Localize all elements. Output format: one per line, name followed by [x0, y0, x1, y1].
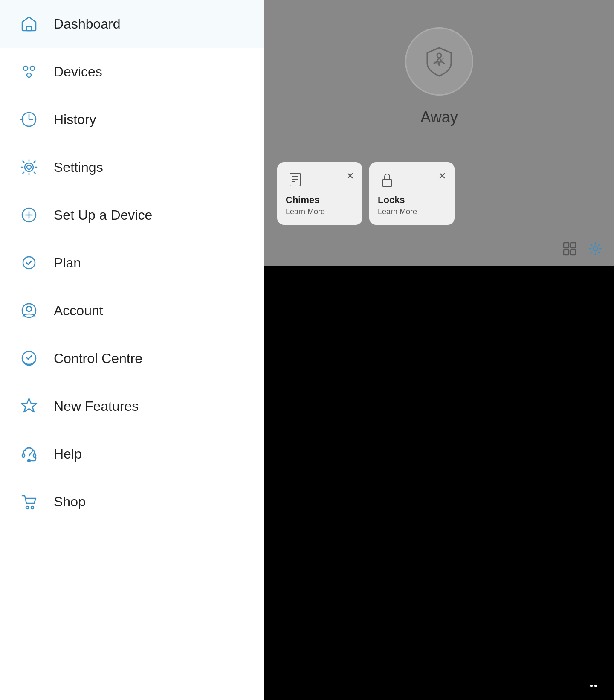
svg-rect-27 — [571, 243, 576, 248]
locks-card-icon — [378, 171, 397, 189]
svg-point-5 — [27, 165, 31, 169]
camera-section — [264, 266, 614, 700]
svg-point-1 — [23, 66, 28, 70]
locks-card-subtitle[interactable]: Learn More — [378, 207, 417, 216]
locks-card-title: Locks — [378, 195, 405, 206]
svg-rect-26 — [564, 243, 569, 248]
devices-icon — [17, 60, 41, 84]
svg-point-11 — [26, 306, 32, 311]
sidebar-item-account[interactable]: Account — [0, 287, 264, 334]
bottom-icons-row — [264, 233, 614, 266]
svg-rect-25 — [383, 179, 391, 187]
svg-rect-16 — [22, 454, 25, 457]
svg-point-30 — [593, 247, 597, 251]
camera-dot-2 — [594, 685, 597, 687]
sidebar-label-plan: Plan — [54, 255, 81, 271]
locks-card-close[interactable]: ✕ — [438, 171, 446, 182]
sidebar-item-plan[interactable]: Plan — [0, 239, 264, 287]
away-shield-icon — [422, 44, 456, 78]
sidebar-label-control: Control Centre — [54, 351, 142, 366]
sidebar-label-shop: Shop — [54, 494, 86, 510]
sidebar-label-history: History — [54, 112, 96, 128]
sidebar-label-settings: Settings — [54, 160, 103, 175]
chimes-card[interactable]: ✕ Chimes Learn More — [277, 162, 362, 225]
svg-point-18 — [26, 506, 29, 509]
svg-point-15 — [28, 460, 30, 462]
svg-marker-13 — [21, 398, 37, 412]
sidebar-item-help[interactable]: Help — [0, 430, 264, 478]
sidebar-item-newfeatures[interactable]: New Features — [0, 382, 264, 430]
camera-dots — [590, 685, 597, 687]
svg-point-19 — [31, 506, 34, 509]
history-icon — [17, 107, 41, 131]
sidebar-label-help: Help — [54, 446, 82, 462]
account-icon — [17, 299, 41, 322]
chimes-card-subtitle[interactable]: Learn More — [286, 207, 325, 216]
cards-section: ✕ Chimes Learn More ✕ Locks Learn More — [264, 154, 614, 233]
star-icon — [17, 394, 41, 418]
plan-icon — [17, 251, 41, 275]
right-panel: Away ✕ Chimes Learn More — [264, 0, 614, 700]
settings-icon — [17, 155, 41, 179]
shop-icon — [17, 490, 41, 514]
svg-rect-17 — [33, 454, 36, 457]
locks-card-header: ✕ — [378, 171, 446, 189]
svg-point-3 — [27, 73, 31, 77]
sidebar-item-control[interactable]: Control Centre — [0, 334, 264, 382]
chimes-card-icon — [286, 171, 304, 189]
sidebar-item-history[interactable]: History — [0, 96, 264, 143]
svg-point-6 — [25, 163, 33, 171]
svg-point-2 — [30, 66, 35, 70]
away-status-label: Away — [420, 108, 458, 126]
svg-rect-0 — [26, 26, 32, 31]
sidebar-label-newfeatures: New Features — [54, 398, 139, 414]
setup-icon — [17, 203, 41, 227]
chimes-card-close[interactable]: ✕ — [346, 171, 354, 182]
sidebar: Dashboard Devices History — [0, 0, 264, 700]
sidebar-item-setup[interactable]: Set Up a Device — [0, 191, 264, 239]
sidebar-label-setup: Set Up a Device — [54, 207, 152, 223]
gear-settings-icon[interactable] — [587, 240, 604, 259]
sidebar-item-dashboard[interactable]: Dashboard — [0, 0, 264, 48]
sidebar-label-dashboard: Dashboard — [54, 16, 121, 32]
grid-view-icon[interactable] — [561, 240, 578, 259]
svg-rect-28 — [564, 250, 569, 255]
sidebar-item-devices[interactable]: Devices — [0, 48, 264, 96]
sidebar-item-shop[interactable]: Shop — [0, 478, 264, 526]
away-section: Away — [264, 0, 614, 154]
home-icon — [17, 12, 41, 36]
help-icon — [17, 442, 41, 466]
chimes-card-header: ✕ — [286, 171, 354, 189]
control-icon — [17, 346, 41, 370]
sidebar-label-account: Account — [54, 303, 103, 319]
away-circle — [405, 27, 473, 96]
locks-card[interactable]: ✕ Locks Learn More — [369, 162, 455, 225]
chimes-card-title: Chimes — [286, 195, 319, 206]
sidebar-label-devices: Devices — [54, 64, 102, 80]
svg-rect-29 — [571, 250, 576, 255]
sidebar-item-settings[interactable]: Settings — [0, 143, 264, 191]
camera-dot-1 — [590, 685, 593, 687]
